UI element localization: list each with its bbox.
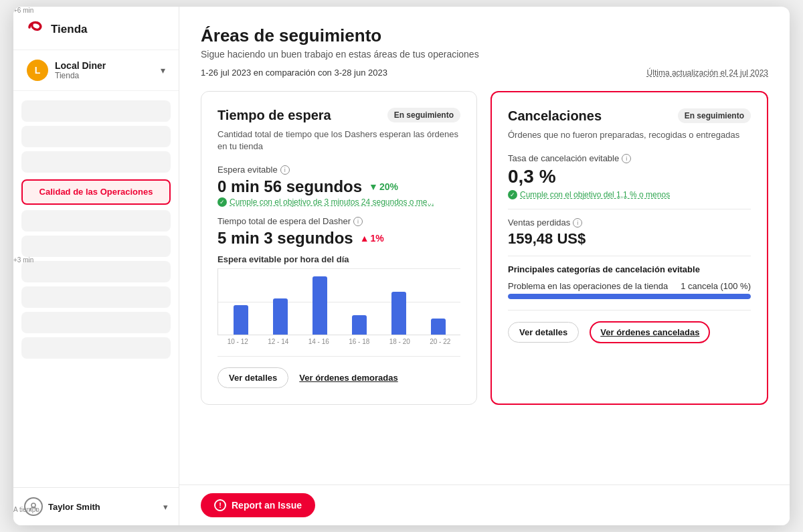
cancelaciones-card: Cancelaciones En seguimiento Órdenes que… <box>490 91 768 405</box>
chevron-down-icon: ▾ <box>161 65 165 76</box>
progress-bar-fill <box>508 294 751 299</box>
store-selector[interactable]: L Local Diner Tienda ▾ <box>13 50 179 91</box>
categories-title: Principales categorías de cancelación ev… <box>508 264 751 274</box>
page-title: Áreas de seguimiento <box>201 25 768 46</box>
cards-row: Tiempo de espera En seguimiento Cantidad… <box>201 91 768 421</box>
sidebar-item-3 <box>21 151 171 173</box>
last-update: Última actualización el 24 jul 2023 <box>647 68 768 78</box>
cancel-card-title: Cancelaciones <box>508 108 602 124</box>
chart-x-labels: 10 - 12 12 - 14 14 - 16 16 - 18 18 - 20 … <box>217 338 460 345</box>
avoidable-wait-goal[interactable]: ✓ Cumple con el objetivo de 3 minutos 24… <box>217 197 460 207</box>
cancel-rate-value: 0,3 % <box>508 166 751 187</box>
app-title: Tienda <box>51 23 87 36</box>
app-logo: Tienda <box>13 7 179 50</box>
wait-card-title: Tiempo de espera <box>217 108 331 123</box>
cancel-details-button[interactable]: Ver detalles <box>508 322 579 343</box>
user-name: Taylor Smith <box>48 502 158 512</box>
total-wait-change: ▲ 1% <box>360 233 384 244</box>
main-content: Áreas de seguimiento Sigue haciendo un b… <box>179 7 790 484</box>
wait-card-footer: Ver detalles Ver órdenes demoradas <box>217 356 460 388</box>
view-delayed-button[interactable]: Ver órdenes demoradas <box>299 373 397 383</box>
chart-section: Espera evitable por hora del día +6 min … <box>217 254 460 345</box>
wait-card-desc: Cantidad total de tiempo que los Dashers… <box>217 128 460 153</box>
total-wait-info-icon[interactable]: i <box>353 217 363 226</box>
cancel-card-footer: Ver detalles Ver órdenes canceladas <box>508 310 751 343</box>
progress-bar <box>508 294 751 299</box>
sidebar-item-label: Calidad de las Operaciones <box>39 187 153 198</box>
report-issue-button[interactable]: ! Report an Issue <box>201 493 315 517</box>
store-name: Local Diner <box>55 60 154 71</box>
user-chevron-icon: ▾ <box>163 502 168 512</box>
sidebar-item-5 <box>21 236 171 257</box>
avoidable-wait-value: 0 min 56 segundos ▼ 20% <box>217 177 460 196</box>
sidebar-item-7 <box>21 286 171 308</box>
cancel-rate-label: Tasa de cancelación evitable i <box>508 153 751 163</box>
cancel-rate-info-icon[interactable]: i <box>622 154 631 163</box>
cancel-goal[interactable]: ✓ Cumple con el objetivo del 1,1 % o men… <box>508 190 751 199</box>
store-type: Tienda <box>55 71 154 80</box>
bar-6 <box>431 319 446 335</box>
total-wait-value: 5 min 3 segundos ▲ 1% <box>217 229 460 248</box>
svg-point-0 <box>31 503 35 507</box>
store-avatar: L <box>27 60 48 81</box>
avoidable-wait-label: Espera evitable i <box>217 165 460 175</box>
total-wait-label: Tiempo total de espera del Dasher i <box>217 216 460 226</box>
category-count: 1 cancela (100 %) <box>681 281 751 291</box>
arrow-down-icon: ▼ <box>369 181 378 192</box>
sidebar: Tienda L Local Diner Tienda ▾ Calidad de… <box>13 7 179 525</box>
sidebar-item-8 <box>21 312 171 333</box>
date-range: 1-26 jul 2023 en comparación con 3-28 ju… <box>201 68 387 78</box>
wait-details-button[interactable]: Ver detalles <box>217 367 288 388</box>
sidebar-item-9 <box>21 337 171 359</box>
wait-card-header: Tiempo de espera En seguimiento <box>217 108 460 123</box>
category-name: Problema en las operaciones de la tienda <box>508 281 668 291</box>
bar-5 <box>391 292 406 335</box>
bar-4 <box>352 315 367 335</box>
bar-3 <box>313 276 327 335</box>
report-icon: ! <box>214 499 226 511</box>
cancel-card-badge: En seguimiento <box>678 108 751 123</box>
avoidable-wait-info-icon[interactable]: i <box>280 165 290 175</box>
store-info: Local Diner Tienda <box>55 60 154 80</box>
lost-sales-label: Ventas perdidas i <box>508 217 751 228</box>
bottom-bar: ! Report an Issue <box>179 484 790 525</box>
cancel-card-header: Cancelaciones En seguimiento <box>508 108 751 124</box>
logo-icon <box>27 20 46 39</box>
date-range-row: 1-26 jul 2023 en comparación con 3-28 ju… <box>201 68 768 78</box>
page-subtitle: Sigue haciendo un buen trabajo en estas … <box>201 49 768 60</box>
bar-1 <box>234 305 248 335</box>
category-row: Problema en las operaciones de la tienda… <box>508 281 751 291</box>
divider-1 <box>508 209 751 209</box>
sidebar-item-1 <box>21 100 171 122</box>
sidebar-nav: Calidad de las Operaciones <box>13 91 179 487</box>
view-cancelled-button[interactable]: Ver órdenes canceladas <box>590 321 710 343</box>
wait-time-card: Tiempo de espera En seguimiento Cantidad… <box>201 91 477 405</box>
sidebar-item-2 <box>21 126 171 147</box>
lost-sales-value: 159,48 US$ <box>508 230 751 248</box>
main-panel: Áreas de seguimiento Sigue haciendo un b… <box>179 7 790 525</box>
arrow-up-icon: ▲ <box>360 233 369 244</box>
divider-2 <box>508 256 751 256</box>
sidebar-item-calidad[interactable]: Calidad de las Operaciones <box>21 179 171 205</box>
wait-card-badge: En seguimiento <box>387 108 460 122</box>
check-icon: ✓ <box>217 197 227 207</box>
cancel-card-desc: Órdenes que no fueron preparadas, recogi… <box>508 129 751 141</box>
user-footer[interactable]: Taylor Smith ▾ <box>13 487 179 525</box>
cancel-check-icon: ✓ <box>508 190 517 199</box>
report-btn-label: Report an Issue <box>232 500 302 511</box>
user-icon <box>24 497 43 516</box>
chart-title: Espera evitable por hora del día <box>217 254 460 264</box>
avoidable-wait-change: ▼ 20% <box>369 181 398 192</box>
bar-2 <box>273 298 288 335</box>
lost-sales-info-icon[interactable]: i <box>573 218 582 228</box>
sidebar-item-4 <box>21 210 171 232</box>
sidebar-item-6 <box>21 261 171 282</box>
